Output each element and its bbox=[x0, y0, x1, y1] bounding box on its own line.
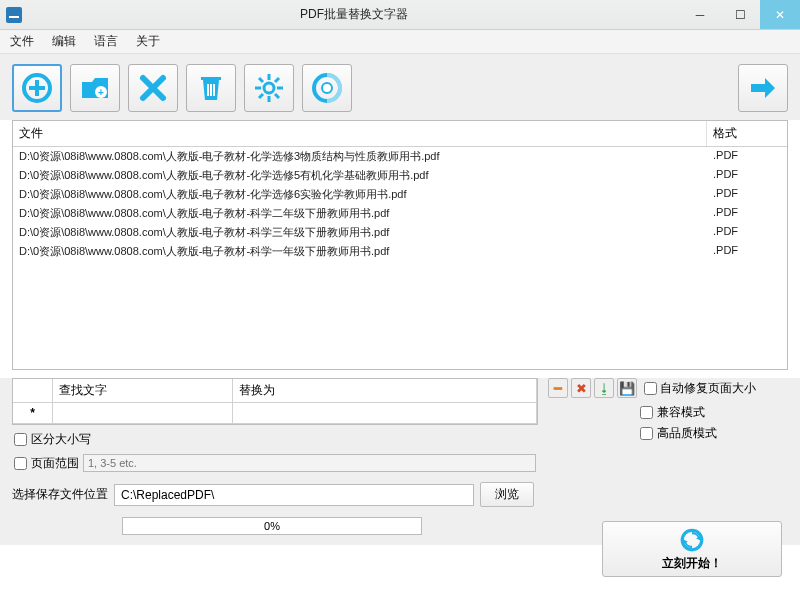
settings-button[interactable] bbox=[244, 64, 294, 112]
hq-label: 高品质模式 bbox=[657, 425, 717, 442]
app-icon bbox=[6, 7, 22, 23]
svg-line-14 bbox=[259, 78, 263, 82]
remove-button[interactable] bbox=[128, 64, 178, 112]
find-header: 查找文字 bbox=[53, 379, 233, 403]
file-list-header: 文件 格式 bbox=[13, 121, 787, 147]
find-cell[interactable] bbox=[53, 403, 233, 424]
auto-fix-checkbox[interactable] bbox=[644, 382, 657, 395]
add-file-button[interactable] bbox=[12, 64, 62, 112]
svg-rect-2 bbox=[29, 86, 45, 90]
maximize-button[interactable]: ☐ bbox=[720, 0, 760, 29]
menu-language[interactable]: 语言 bbox=[94, 33, 118, 50]
next-button[interactable] bbox=[738, 64, 788, 112]
start-button[interactable]: 立刻开始！ bbox=[602, 521, 782, 577]
compat-checkbox[interactable] bbox=[640, 406, 653, 419]
clear-rules-icon[interactable]: ✖ bbox=[571, 378, 591, 398]
replace-row[interactable]: * bbox=[13, 403, 537, 424]
header-format[interactable]: 格式 bbox=[707, 121, 787, 146]
add-folder-button[interactable]: + bbox=[70, 64, 120, 112]
progress-bar: 0% bbox=[122, 517, 422, 535]
clear-button[interactable] bbox=[186, 64, 236, 112]
table-row[interactable]: D:\0资源\08i8\www.0808.com\人教版-电子教材-化学选修3物… bbox=[13, 147, 787, 166]
refresh-icon bbox=[679, 527, 705, 553]
table-row[interactable]: D:\0资源\08i8\www.0808.com\人教版-电子教材-化学选修6实… bbox=[13, 185, 787, 204]
save-rules-icon[interactable]: 💾 bbox=[617, 378, 637, 398]
table-row[interactable]: D:\0资源\08i8\www.0808.com\人教版-电子教材-科学三年级下… bbox=[13, 223, 787, 242]
menubar: 文件 编辑 语言 关于 bbox=[0, 30, 800, 54]
replace-grid: 查找文字 替换为 * bbox=[12, 378, 538, 425]
replace-header: 替换为 bbox=[233, 379, 537, 403]
svg-rect-5 bbox=[201, 77, 221, 80]
close-button[interactable]: ✕ bbox=[760, 0, 800, 29]
header-file[interactable]: 文件 bbox=[13, 121, 707, 146]
svg-point-9 bbox=[264, 83, 274, 93]
file-list[interactable]: 文件 格式 D:\0资源\08i8\www.0808.com\人教版-电子教材-… bbox=[12, 120, 788, 370]
table-row[interactable]: D:\0资源\08i8\www.0808.com\人教版-电子教材-化学选修5有… bbox=[13, 166, 787, 185]
hq-checkbox[interactable] bbox=[640, 427, 653, 440]
menu-edit[interactable]: 编辑 bbox=[52, 33, 76, 50]
titlebar: PDF批量替换文字器 ─ ☐ ✕ bbox=[0, 0, 800, 30]
page-range-input[interactable] bbox=[83, 454, 536, 472]
minimize-button[interactable]: ─ bbox=[680, 0, 720, 29]
svg-rect-7 bbox=[210, 84, 212, 96]
svg-rect-8 bbox=[213, 84, 215, 96]
auto-fix-label: 自动修复页面大小 bbox=[660, 380, 756, 397]
browse-button[interactable]: 浏览 bbox=[480, 482, 534, 507]
toolbar: + bbox=[0, 54, 800, 120]
case-sensitive-checkbox[interactable] bbox=[14, 433, 27, 446]
help-button[interactable] bbox=[302, 64, 352, 112]
svg-text:+: + bbox=[98, 87, 104, 98]
svg-point-19 bbox=[322, 83, 332, 93]
menu-file[interactable]: 文件 bbox=[10, 33, 34, 50]
svg-line-15 bbox=[275, 94, 279, 98]
menu-about[interactable]: 关于 bbox=[136, 33, 160, 50]
svg-line-17 bbox=[275, 78, 279, 82]
replace-cell[interactable] bbox=[233, 403, 537, 424]
svg-rect-6 bbox=[207, 84, 209, 96]
table-row[interactable]: D:\0资源\08i8\www.0808.com\人教版-电子教材-科学一年级下… bbox=[13, 242, 787, 261]
page-range-checkbox[interactable] bbox=[14, 457, 27, 470]
case-sensitive-label: 区分大小写 bbox=[31, 431, 91, 448]
load-rules-icon[interactable]: ⭳ bbox=[594, 378, 614, 398]
remove-rule-icon[interactable]: ━ bbox=[548, 378, 568, 398]
page-range-label: 页面范围 bbox=[31, 455, 79, 472]
table-row[interactable]: D:\0资源\08i8\www.0808.com\人教版-电子教材-科学二年级下… bbox=[13, 204, 787, 223]
save-path-input[interactable] bbox=[114, 484, 474, 506]
window-title: PDF批量替换文字器 bbox=[28, 6, 680, 23]
compat-label: 兼容模式 bbox=[657, 404, 705, 421]
svg-line-16 bbox=[259, 94, 263, 98]
save-location-label: 选择保存文件位置 bbox=[12, 486, 108, 503]
